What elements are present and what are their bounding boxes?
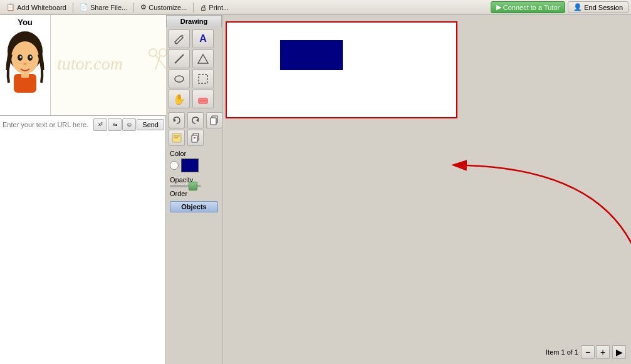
end-session-button[interactable]: 👤 End Session [568, 1, 628, 13]
upper-area: You [0, 15, 165, 115]
left-panel: You [0, 15, 166, 364]
user-name-label: You [18, 18, 33, 27]
chat-area [0, 133, 165, 364]
objects-tab[interactable]: Objects [170, 201, 218, 212]
color-label: Color [170, 150, 218, 157]
svg-rect-29 [192, 135, 197, 142]
cut-tool[interactable] [187, 130, 204, 146]
undo-tool[interactable] [169, 112, 185, 128]
add-whiteboard-button[interactable]: 📋 Add Whiteboard [3, 2, 70, 13]
superscript-button[interactable]: x² [93, 118, 107, 131]
connect-icon: ▶ [496, 3, 501, 11]
shape-tool[interactable] [192, 49, 214, 68]
svg-marker-16 [198, 55, 208, 63]
svg-rect-24 [211, 118, 216, 125]
tutor-logo-area: tutor.com [51, 15, 176, 115]
svg-point-17 [175, 76, 184, 82]
separator [73, 3, 73, 13]
customize-button[interactable]: ⚙ Customize... [137, 2, 190, 13]
separator [193, 3, 194, 13]
svg-marker-21 [174, 118, 176, 122]
superscript-icon: x² [98, 122, 103, 127]
share-file-icon: 📄 [80, 3, 88, 11]
svg-rect-18 [199, 75, 207, 83]
subscript-icon: x₂ [113, 122, 117, 127]
subscript-button[interactable]: x₂ [108, 118, 122, 131]
customize-icon: ⚙ [140, 3, 147, 11]
redo-tool[interactable] [187, 112, 204, 128]
tutor-logo: tutor.com [51, 44, 176, 86]
separator [133, 3, 134, 13]
avatar [0, 29, 50, 92]
drawing-tab[interactable]: Drawing [166, 15, 222, 27]
note-tool[interactable] [169, 130, 185, 146]
bottom-bar: Item 1 of 1 − + ▶ [546, 345, 626, 359]
svg-line-13 [155, 55, 160, 70]
select-tool[interactable] [192, 70, 214, 88]
chat-input-area: x² x₂ ☺ Send [0, 115, 165, 133]
order-label: Order [170, 190, 218, 197]
emoji-button[interactable]: ☺ [122, 118, 136, 131]
top-toolbar: 📋 Add Whiteboard 📄 Share File... ⚙ Custo… [0, 0, 631, 15]
emoji-icon: ☺ [126, 121, 132, 128]
svg-rect-8 [21, 71, 29, 78]
print-button[interactable]: 🖨 Print... [196, 3, 232, 13]
share-file-button[interactable]: 📄 Share File... [76, 2, 131, 13]
connect-tutor-button[interactable]: ▶ Connect to a Tutor [491, 1, 566, 13]
send-button[interactable]: Send [137, 119, 164, 130]
color-circle [170, 161, 179, 170]
right-toolbar: ▶ Connect to a Tutor 👤 End Session [491, 1, 628, 13]
nav-controls: − + [581, 345, 610, 359]
opacity-section: Opacity [166, 175, 222, 189]
main-layout: You [0, 15, 631, 364]
blue-rectangle[interactable] [280, 40, 343, 70]
next-item-button[interactable]: + [596, 345, 610, 359]
whiteboard-area: Item 1 of 1 − + ▶ [222, 15, 631, 364]
svg-text:tutor.com: tutor.com [57, 54, 123, 73]
svg-line-15 [175, 55, 184, 63]
whiteboard-canvas[interactable] [226, 21, 457, 118]
color-row [170, 159, 218, 172]
color-swatch[interactable] [181, 159, 199, 172]
svg-point-4 [20, 56, 22, 58]
color-section: Color [166, 147, 222, 175]
svg-point-6 [23, 63, 27, 65]
hand-tool[interactable]: ✋ [169, 90, 190, 108]
end-session-icon: 👤 [573, 3, 582, 11]
opacity-slider-row [170, 185, 218, 187]
opacity-track [170, 185, 201, 187]
add-whiteboard-icon: 📋 [6, 3, 15, 11]
copy-tool[interactable] [206, 112, 222, 128]
chat-input[interactable] [0, 120, 92, 130]
svg-point-1 [11, 41, 39, 74]
svg-point-5 [30, 56, 32, 58]
text-tool[interactable]: A [192, 29, 214, 48]
svg-marker-22 [196, 118, 199, 122]
print-icon: 🖨 [200, 4, 207, 11]
user-panel: You [0, 15, 51, 115]
svg-line-12 [155, 55, 167, 70]
item-label: Item 1 of 1 [546, 348, 578, 356]
tools-grid2 [166, 111, 222, 147]
chat-controls: x² x₂ ☺ Send [92, 118, 165, 131]
opacity-slider[interactable] [189, 182, 197, 190]
prev-item-button[interactable]: − [581, 345, 595, 359]
expand-button[interactable]: ▶ [612, 345, 626, 359]
eraser-tool[interactable] [192, 90, 214, 108]
